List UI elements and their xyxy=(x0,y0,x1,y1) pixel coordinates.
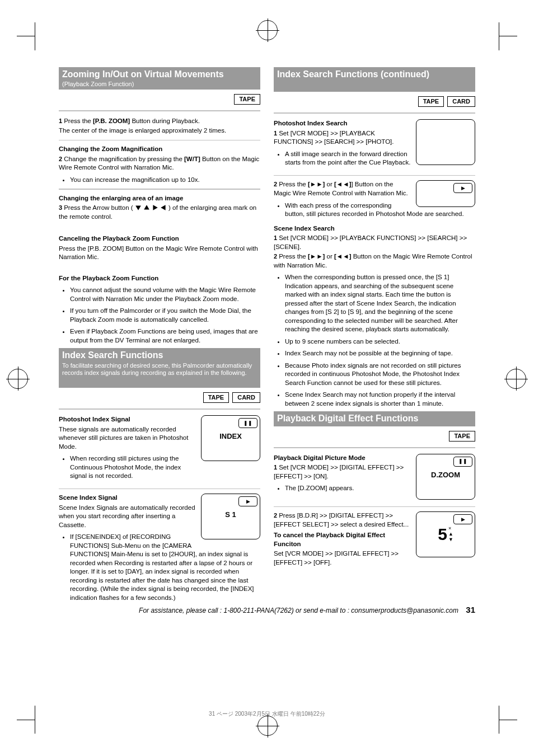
mode-tag-card: CARD xyxy=(447,96,475,107)
lcd-line1: S 1 xyxy=(202,510,260,520)
section-title-text: Playback Digital Effect Functions xyxy=(277,414,419,423)
registration-mark-icon xyxy=(8,369,28,389)
section-subtitle: (Playback Zoom Function) xyxy=(62,81,257,88)
scene-step-1: 1 Set [VCR MODE] >> [PLAYBACK FUNCTIONS]… xyxy=(274,234,475,251)
divider xyxy=(59,189,260,190)
section-title-index-cont: Index Search Functions (continued) xyxy=(274,67,475,92)
lcd-digit: 5 xyxy=(438,526,447,543)
svg-marker-2 xyxy=(153,205,157,210)
play-icon: ▶ xyxy=(461,517,465,522)
subhead-cancel-zoom: Canceling the Playback Zoom Function xyxy=(59,234,260,243)
section-title-text: Index Search Functions xyxy=(62,350,163,360)
mode-tag-tape: TAPE xyxy=(418,96,444,107)
subhead-enlarge-area: Changing the enlarging area of an image xyxy=(59,194,260,203)
tag-row: TAPE CARD xyxy=(59,392,260,403)
lcd-diagram: ▶ xyxy=(416,180,475,207)
tag-row: TAPE xyxy=(274,431,475,442)
bullet-list: If [SCENEINDEX] of [RECORDING FUNCTIONS]… xyxy=(59,533,260,602)
lcd-diagram: ❚❚ D.ZOOM xyxy=(416,454,475,500)
pause-icon: ❚❚ xyxy=(458,459,467,464)
lcd-line1: D.ZOOM xyxy=(416,470,475,480)
lcd-diagram: ❚❚ INDEX xyxy=(201,415,260,461)
svg-marker-0 xyxy=(135,206,141,210)
registration-mark-icon xyxy=(506,369,526,389)
crop-mark xyxy=(17,706,45,734)
pause-icon: ❚❚ xyxy=(243,421,252,426)
bullet: Up to 9 scene numbers can be selected. xyxy=(285,337,475,346)
step-2: 2 Change the magnification by pressing t… xyxy=(59,155,260,172)
bullet: Because Photo index signals are not reco… xyxy=(285,361,475,388)
section-title-index: Index Search Functions To facilitate sea… xyxy=(59,348,260,388)
divider xyxy=(274,506,475,508)
divider xyxy=(59,110,260,111)
scene-step-2: 2 Press the [►►] or [◄◄] Button on the M… xyxy=(274,252,475,270)
crop-mark xyxy=(17,22,45,50)
section-title-text: Index Search Functions (continued) xyxy=(277,69,429,79)
svg-marker-1 xyxy=(144,205,149,209)
step-1: 1 Press the [P.B. ZOOM] Button during Pl… xyxy=(59,117,260,126)
bullet: When the corresponding button is pressed… xyxy=(285,273,475,334)
divider xyxy=(59,489,260,490)
bullet: You can increase the magnification up to… xyxy=(70,176,260,185)
step-3: 3 Press the Arrow button ( ) of the enla… xyxy=(59,204,260,221)
svg-marker-3 xyxy=(161,205,165,210)
lcd-small-indicator: ×▲▼ xyxy=(448,526,453,543)
print-footer-date: 31 ページ 2003年2月5日 水曜日 午前10時22分 xyxy=(209,710,325,718)
registration-mark-icon xyxy=(257,716,278,736)
section-title-dnr: Playback Digital Effect Functions xyxy=(274,411,475,426)
arrow-keys-icon xyxy=(135,204,167,211)
subhead-scene-search: Scene Index Search xyxy=(274,224,475,233)
page-footer: For assistance, please call : 1-800-211-… xyxy=(139,604,475,616)
section-title-zooming: Zooming In/Out on Virtual Movements (Pla… xyxy=(59,67,260,90)
bullet: Index Search may not be possible at the … xyxy=(285,349,475,358)
step-1-note: The center of the image is enlarged appr… xyxy=(59,126,260,135)
divider xyxy=(274,112,475,114)
bullet: Even if Playback Zoom Functions are bein… xyxy=(70,327,260,345)
play-icon: ▶ xyxy=(461,186,465,191)
mode-tag-tape: TAPE xyxy=(449,431,475,442)
divider xyxy=(274,447,475,448)
lcd-diagram: ▶ 5 ×▲▼ xyxy=(416,511,475,557)
bullet: You cannot adjust the sound volume with … xyxy=(70,286,260,303)
crop-mark xyxy=(489,22,517,50)
divider xyxy=(59,140,260,141)
tag-row: TAPE xyxy=(59,94,260,105)
page-number: 31 xyxy=(466,605,475,614)
bullet-list: You cannot adjust the sound volume with … xyxy=(59,286,260,345)
bullet: Scene Index Search may not function prop… xyxy=(285,391,475,408)
play-icon: ▶ xyxy=(246,499,250,504)
lcd-diagram: ▶ S 1 xyxy=(201,494,260,539)
section-title-text: Zooming In/Out on Virtual Movements xyxy=(62,69,224,79)
bullet-list: You can increase the magnification up to… xyxy=(59,176,260,185)
mode-tag-tape: TAPE xyxy=(234,94,260,105)
subhead-changing-zoom: Changing the Zoom Magnification xyxy=(59,145,260,154)
divider xyxy=(59,408,260,410)
lcd-diagram xyxy=(416,119,475,165)
mode-tag-card: CARD xyxy=(232,392,260,403)
registration-mark-icon xyxy=(257,20,278,40)
cancel-zoom-body: Press the [P.B. ZOOM] Button on the Magi… xyxy=(59,245,260,262)
bullet: If [SCENEINDEX] of [RECORDING FUNCTIONS]… xyxy=(70,533,260,602)
mode-tag-tape: TAPE xyxy=(203,392,229,403)
bullet-list: When the corresponding button is pressed… xyxy=(274,273,475,408)
lcd-line1: INDEX xyxy=(202,431,260,442)
section-subtitle: To facilitate searching of desired scene… xyxy=(62,362,257,377)
divider xyxy=(274,175,475,176)
footer-assist: For assistance, please call : 1-800-211-… xyxy=(139,607,458,614)
notes-head: For the Playback Zoom Function xyxy=(59,274,260,283)
tag-row: TAPE CARD xyxy=(274,96,475,107)
bullet: If you turn off the Palmcorder or if you… xyxy=(70,307,260,324)
crop-mark xyxy=(489,706,517,734)
